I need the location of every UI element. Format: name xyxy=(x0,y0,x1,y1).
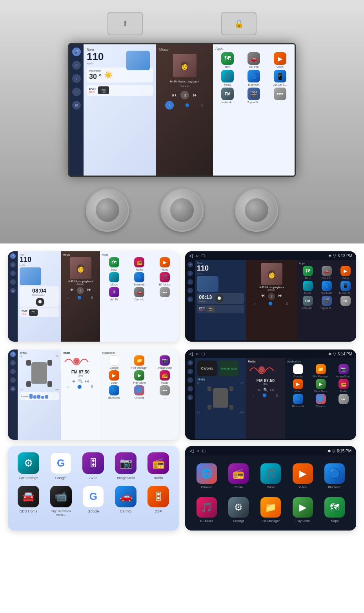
p1d-app-fm[interactable]: FMNetwork... xyxy=(299,296,317,309)
p2d-rsrch[interactable]: 🔍 xyxy=(263,388,268,392)
p2d-phone[interactable]: 📞 xyxy=(187,386,193,392)
p1d-apps[interactable]: ⊞ xyxy=(187,296,193,302)
p1d-note[interactable]: ♪ xyxy=(254,302,256,306)
p3l-imagescan[interactable]: 📷 ImageScan xyxy=(111,452,140,480)
p2d-nav2[interactable]: ↗ xyxy=(187,369,193,374)
p2d-rnote[interactable]: ♪ xyxy=(252,393,254,397)
music-eq-icon[interactable]: 🎚 xyxy=(201,103,204,107)
p2d-more[interactable]: •••... xyxy=(333,394,354,408)
p2d-android-btn[interactable]: Android Auto xyxy=(219,360,238,376)
p3l-google[interactable]: G Google xyxy=(47,452,75,480)
p1l-app-music[interactable]: 🎵Music xyxy=(102,272,126,286)
p1l-prev-btn[interactable]: ⏮ xyxy=(69,287,74,294)
p3d-chrome[interactable]: 🌐 Chrome xyxy=(193,463,220,489)
p1d-app-car[interactable]: 🚗Car Info xyxy=(318,266,335,280)
p3d-playstore[interactable]: ▶ Play Store xyxy=(289,497,317,523)
p1l-app-carinfo[interactable]: 🚗Car Info xyxy=(127,287,152,301)
p1d-app-bt[interactable]: 🔵Bluetooth xyxy=(318,281,335,295)
p1l-app-video[interactable]: ▶Video xyxy=(153,257,177,271)
p2d-req[interactable]: 🎚 xyxy=(275,393,279,397)
app-item-carinfo[interactable]: 🚗 Car Info xyxy=(242,52,266,68)
p2d-video[interactable]: ▶Video xyxy=(287,379,309,393)
p2d-apps[interactable]: ⊞ xyxy=(187,395,193,400)
sidebar-phone-icon[interactable]: 📞 xyxy=(72,88,81,96)
p1l-app-btmusic[interactable]: 🎵BT Music xyxy=(153,272,177,286)
p2l-radio-next[interactable]: ⏭ xyxy=(85,379,89,383)
p1l-app-radio[interactable]: 📻Radio xyxy=(127,257,152,271)
p2d-files[interactable]: 📁File Manager xyxy=(310,364,331,378)
p2l-radio2[interactable]: 📻Radio xyxy=(153,370,177,384)
p2l-play[interactable]: ▶Play Store xyxy=(127,370,152,384)
p1l-bt-icon[interactable]: 🔵 xyxy=(77,296,82,300)
app-item-junsun[interactable]: 📱 Junsun S... xyxy=(268,70,292,86)
p3d-recent[interactable]: □ xyxy=(202,448,205,454)
p2d-back[interactable]: ◁ xyxy=(189,351,193,357)
p2l-google[interactable]: GGoogle xyxy=(102,355,126,369)
p3d-maps[interactable]: 🗺 Maps xyxy=(321,497,348,523)
p3d-radio[interactable]: 📻 Radio xyxy=(225,463,253,489)
p3l-avin[interactable]: 🎛 Av In xyxy=(79,452,108,480)
p2l-image[interactable]: 📷ImageScan xyxy=(153,355,177,369)
sidebar-music-icon[interactable]: ♪ xyxy=(72,74,81,83)
p2l-video[interactable]: ▶Video xyxy=(102,370,126,384)
p2d-home[interactable]: ○ xyxy=(196,351,198,357)
p1l-note-icon[interactable]: ♪ xyxy=(67,296,69,300)
sl-nav[interactable]: ↗ xyxy=(10,262,16,267)
p1l-next-btn[interactable]: ⏭ xyxy=(87,287,91,294)
next-button[interactable]: ⏭ xyxy=(193,92,198,98)
sidebar-nav-icon[interactable]: ↗ xyxy=(72,61,81,70)
p2d-music[interactable]: ♪ xyxy=(187,377,193,383)
sl-apps[interactable]: ⊞ xyxy=(10,288,16,293)
p3l-carinfo[interactable]: 🚗 CarInfo xyxy=(111,486,140,517)
sidebar-voice-icon[interactable]: 🎤 xyxy=(72,48,81,56)
sl-music[interactable]: ♪ xyxy=(10,271,16,276)
knob-left[interactable] xyxy=(86,188,129,232)
p1d-back-icon[interactable]: ◁ xyxy=(189,253,193,258)
p2d-rnext[interactable]: ⏭ xyxy=(270,388,274,392)
p3d-home[interactable]: ○ xyxy=(197,448,199,454)
p1d-recent-icon[interactable]: □ xyxy=(202,253,204,258)
p2l-radio-search[interactable]: 🔍 xyxy=(78,379,83,383)
p3d-btmusic[interactable]: 🎵 BT Music xyxy=(193,497,220,523)
p2l-bt2[interactable]: 🔵Bluetooth xyxy=(102,385,126,399)
p2l-radio-note[interactable]: ♪ xyxy=(67,385,69,389)
music-bluetooth-icon[interactable]: 🔵 xyxy=(185,103,189,107)
sl-phone[interactable]: 📞 xyxy=(10,279,16,285)
p2d-voice[interactable]: 🎤 xyxy=(187,360,193,366)
p3l-hd[interactable]: 📹 High definition recor... xyxy=(47,486,75,517)
knob-center[interactable] xyxy=(160,188,204,232)
p2l-chrome[interactable]: 🌐Chrome xyxy=(127,385,152,399)
p1l-app-more[interactable]: •••... xyxy=(153,287,177,301)
p3l-carsettings[interactable]: ⚙ Car Settings xyxy=(14,452,43,480)
app-item-toppal[interactable]: 🎬 Toppal V... xyxy=(242,88,266,104)
p2d-google[interactable]: GGoogle xyxy=(287,364,309,378)
p1d-app-more[interactable]: •••... xyxy=(337,296,354,309)
p3l-obd[interactable]: 🚘 OBD Home xyxy=(14,486,43,517)
p3d-filemanager[interactable]: 📁 File Manager xyxy=(257,497,284,523)
p2d-bt[interactable]: 🔵Bluetooth xyxy=(287,394,309,408)
p1d-home-icon[interactable]: ○ xyxy=(196,253,198,258)
p1d-prev[interactable]: ⏮ xyxy=(260,293,265,300)
p1l-app-avin[interactable]: 🎛AV_IN xyxy=(102,287,126,301)
p1l-eq-icon[interactable]: 🎚 xyxy=(90,296,94,300)
p1l-play-btn[interactable]: ⏸ xyxy=(77,287,84,294)
p3d-bt[interactable]: 🔵 Bluetooth xyxy=(321,463,348,489)
p1d-app-music[interactable]: 🎵Music xyxy=(299,281,317,295)
p2d-chrome[interactable]: 🌐Chrome xyxy=(310,394,331,408)
p2l-music[interactable]: ♪ xyxy=(10,369,16,374)
prev-button[interactable]: ⏮ xyxy=(172,92,177,98)
p1l-app-navi[interactable]: 🗺Navi xyxy=(102,257,126,271)
p2l-radio-prev[interactable]: ⏮ xyxy=(72,379,76,383)
p2l-radio-eq[interactable]: 🎚 xyxy=(90,385,94,389)
p2d-carplay-btn[interactable]: Carplay xyxy=(197,360,217,376)
app-item-maps[interactable]: 🗺 Navi xyxy=(215,52,240,68)
p2d-radio2[interactable]: 📻Radio xyxy=(333,379,354,393)
p1d-bt2[interactable]: 🔵 xyxy=(268,302,273,306)
p1d-app-video[interactable]: ▶Video xyxy=(337,266,354,280)
app-item-video[interactable]: ▶ Video xyxy=(268,52,292,68)
p2d-play[interactable]: ▶Play Store xyxy=(310,379,331,393)
p2l-phone[interactable]: 📞 xyxy=(10,377,16,383)
sidebar-app-icon[interactable]: ⊞ xyxy=(72,101,81,110)
p2l-more[interactable]: •••... xyxy=(153,385,177,399)
p1d-eq[interactable]: 🎚 xyxy=(285,302,289,306)
